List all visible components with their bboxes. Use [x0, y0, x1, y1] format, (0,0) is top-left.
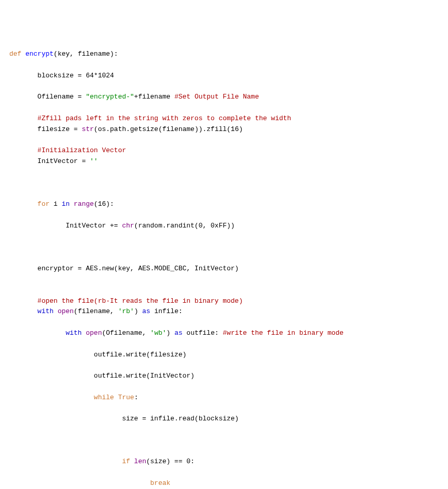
keyword-with: with [38, 307, 54, 315]
plain: ) [134, 307, 142, 315]
comment: #Set Output File Name [174, 93, 259, 101]
plain: i [50, 200, 61, 208]
string-wb: 'wb' [150, 329, 166, 337]
colon: : [134, 394, 138, 401]
comment-iv: #Initialization Vector [38, 146, 126, 154]
plain: (os.path.getsize(filename)).zfill(16) [94, 125, 243, 133]
comment-write: #write the file in binary mode [223, 329, 344, 337]
line-write-filesize: outfile.write(filesize) [94, 351, 186, 358]
plain: (size) == 0: [146, 458, 195, 465]
plain: (Ofilename, [102, 329, 150, 337]
keyword-true: True [118, 394, 134, 401]
keyword-if: if [122, 458, 130, 465]
comment-open: #open the file(rb-It reads the file in b… [38, 297, 243, 305]
builtin-str: str [82, 125, 93, 133]
code-block: def encrypt(key, filename): blocksize = … [9, 49, 439, 489]
string-rb: 'rb' [118, 307, 134, 315]
plain: (16): [94, 200, 114, 208]
line-size-read: size = infile.read(blocksize) [122, 415, 238, 422]
keyword-break: break [150, 479, 170, 487]
line-blocksize: blocksize = 64*1024 [38, 72, 114, 79]
signature: (key, filename): [54, 50, 118, 58]
line-ofilename: Ofilename = [38, 93, 86, 101]
func-name: encrypt [25, 50, 54, 58]
line-iv-append: InitVector += [66, 222, 122, 230]
line-filesize: filesize = [38, 125, 82, 133]
comment-zfill: #Zfill pads left in the string with zero… [38, 115, 291, 122]
keyword-in: in [61, 200, 70, 208]
string-empty: '' [90, 157, 98, 165]
keyword-as: as [174, 329, 183, 337]
plain: outfile: [183, 329, 223, 337]
builtin-chr: chr [122, 222, 134, 230]
keyword-while: while [94, 394, 114, 401]
plain: +filename [134, 93, 174, 101]
keyword-as: as [142, 307, 151, 315]
builtin-open: open [58, 307, 74, 315]
keyword-for: for [38, 200, 50, 208]
plain: ) [166, 329, 174, 337]
plain: (random.randint(0, 0xFF)) [134, 222, 235, 230]
line-initvector: InitVector = [38, 157, 90, 165]
keyword-with: with [66, 329, 82, 337]
line-encryptor: encryptor = AES.new(key, AES.MODE_CBC, I… [38, 265, 239, 272]
builtin-open: open [86, 329, 102, 337]
builtin-len: len [134, 458, 146, 465]
string: "encrypted-" [86, 93, 134, 101]
builtin-range: range [74, 200, 94, 208]
plain: infile: [150, 307, 182, 315]
plain: (filename, [74, 307, 118, 315]
keyword-def: def [9, 50, 21, 58]
line-write-iv: outfile.write(InitVector) [94, 372, 195, 380]
